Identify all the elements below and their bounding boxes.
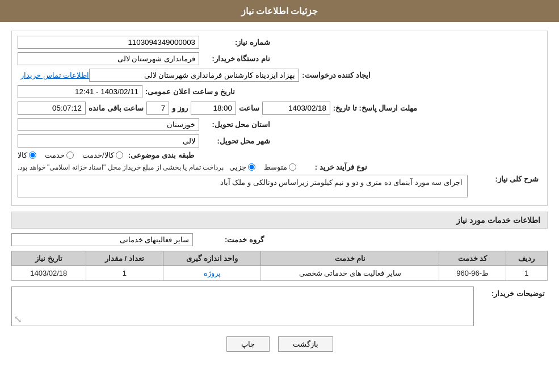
announce-row: تاریخ و ساعت اعلان عمومی: [18,85,541,98]
purchase-jozi: جزیی [229,163,255,171]
services-section-title: اطلاعات خدمات مورد نیاز [11,212,548,229]
creator-input[interactable] [89,69,299,82]
province-input[interactable] [18,118,199,131]
category-label: طبقه بندی موضوعی: [126,151,194,159]
table-row: 1 ط-96-960 سایر فعالیت های خدماتی شخصی پ… [12,266,548,281]
city-input[interactable] [18,134,199,147]
purchase-motavaset-radio[interactable] [289,163,296,171]
cell-index: 1 [506,266,547,281]
province-row: استان محل تحویل: [18,118,541,131]
response-remaining-input[interactable] [18,102,86,115]
page-title: جزئیات اطلاعات نیاز [241,6,318,16]
creator-label: ایجاد کننده درخواست: [302,71,371,79]
category-kala-khedmat-label: کالا/خدمت [82,151,114,159]
buyer-row: نام دستگاه خریدار: [18,52,541,65]
purchase-note: پرداخت تمام یا بخشی از مبلغ خریداز محل "… [18,163,224,171]
category-row: طبقه بندی موضوعی: کالا/خدمت خدمت کالا [18,151,541,159]
resize-icon: ⤡ [14,313,22,326]
response-remaining-label: ساعت باقی مانده [89,104,144,112]
category-kala-khedmat-radio[interactable] [116,151,123,159]
back-button[interactable]: بازگشت [278,336,333,352]
col-service-name: نام خدمت [261,251,439,266]
page-wrapper: جزئیات اطلاعات نیاز شماره نیاز: نام دستگ… [0,0,559,392]
cell-service-name: سایر فعالیت های خدماتی شخصی [261,266,439,281]
need-number-label: شماره نیاز: [202,38,270,47]
announce-input[interactable] [18,85,142,98]
city-label: شهر محل تحویل: [202,137,270,145]
buyer-notes-row: توضیحات خریدار: ⤡ [11,286,548,328]
category-khedmat: خدمت [45,151,74,159]
category-kala-label: کالا [18,151,27,159]
response-day-label: روز و [172,104,188,112]
buyer-notes-label: توضیحات خریدار: [477,289,545,298]
cell-service-code: ط-96-960 [439,266,506,281]
cell-unit: پروژه [163,266,261,281]
col-service-code: کد خدمت [439,251,506,266]
cell-date: 1403/02/18 [12,266,86,281]
response-date-input[interactable] [262,102,330,115]
page-header: جزئیات اطلاعات نیاز [0,0,559,22]
purchase-motavaset: متوسط [264,163,296,171]
creator-row: ایجاد کننده درخواست: اطلاعات تماس خریدار [18,69,541,82]
province-label: استان محل تحویل: [202,120,270,129]
contact-link[interactable]: اطلاعات تماس خریدار [20,71,89,79]
buyer-label: نام دستگاه خریدار: [202,54,270,63]
response-time-input[interactable] [191,102,236,115]
purchase-motavaset-label: متوسط [264,163,287,171]
category-kala: کالا [18,151,36,159]
city-row: شهر محل تحویل: [18,134,541,147]
response-deadline-label: مهلت ارسال پاسخ: تا تاریخ: [333,104,417,112]
purchase-type-label: نوع فرآیند خرید : [299,163,367,171]
purchase-jozi-radio[interactable] [248,163,255,171]
description-value: اجرای سه مورد آبنمای ده متری و دو و نیم … [18,175,468,197]
col-unit: واحد اندازه گیری [163,251,261,266]
category-khedmat-label: خدمت [45,151,65,159]
need-number-row: شماره نیاز: [18,36,541,49]
category-radio-group: کالا/خدمت خدمت کالا [18,151,123,159]
description-row: شرح کلی نیاز: اجرای سه مورد آبنمای ده مت… [18,175,541,197]
col-index: ردیف [506,251,547,266]
response-deadline-row: مهلت ارسال پاسخ: تا تاریخ: ساعت روز و سا… [18,102,541,115]
cell-quantity: 1 [86,266,163,281]
announce-label: تاریخ و ساعت اعلان عمومی: [145,87,235,96]
print-button[interactable]: چاپ [226,336,270,352]
buyer-input[interactable] [18,52,199,65]
purchase-type-row: نوع فرآیند خرید : متوسط جزیی پرداخت تمام… [18,163,541,171]
services-table: ردیف کد خدمت نام خدمت واحد اندازه گیری ت… [11,251,548,281]
need-number-input[interactable] [18,36,199,49]
buyer-notes-textarea[interactable] [11,286,474,326]
main-content: شماره نیاز: نام دستگاه خریدار: ایجاد کنن… [0,22,559,360]
service-group-label: گروه خدمت: [196,235,264,244]
category-khedmat-radio[interactable] [66,151,74,159]
description-label: شرح کلی نیاز: [470,175,539,183]
col-quantity: تعداد / مقدار [86,251,163,266]
button-row: بازگشت چاپ [11,336,548,352]
response-time-label: ساعت [239,104,259,112]
form-section: شماره نیاز: نام دستگاه خریدار: ایجاد کنن… [11,31,548,206]
category-kala-radio[interactable] [29,151,36,159]
service-group-input[interactable] [11,233,193,246]
purchase-radio-group: متوسط جزیی [229,163,296,171]
purchase-jozi-label: جزیی [229,163,246,171]
col-date: تاریخ نیاز [12,251,86,266]
response-days-input[interactable] [146,102,169,115]
service-group-row: گروه خدمت: [11,233,548,246]
category-kala-khedmat: کالا/خدمت [82,151,123,159]
